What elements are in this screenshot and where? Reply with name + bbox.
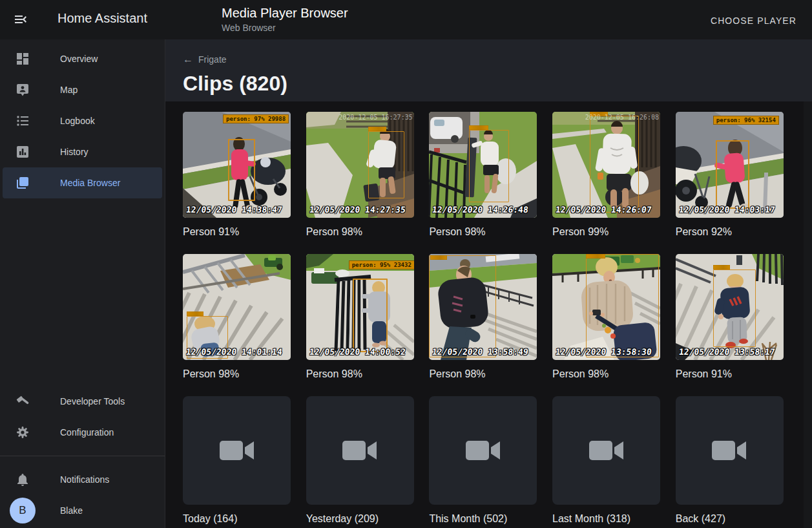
user-name: Blake — [60, 505, 83, 516]
account-map-icon — [15, 82, 30, 98]
clips-grid-area: person: 97% 29988 12/05/2020 14:38:47 Pe… — [165, 101, 812, 528]
detection-tag: person: 97% 29988 — [223, 114, 289, 123]
clip-thumbnail: 12/05/2020 14:01:14 — [183, 254, 291, 360]
video-camera-icon — [589, 439, 624, 462]
sidebar-item-overview[interactable]: Overview — [3, 43, 162, 74]
osd-timestamp: 12/05/2020 14:38:47 — [185, 205, 282, 215]
clip-card[interactable]: 2020-12-05 16:26:08 12/05/2020 14:26:07 … — [552, 112, 660, 239]
folder-tile — [429, 396, 537, 505]
detection-bbox — [353, 279, 388, 352]
folder-tile — [183, 396, 291, 505]
detection-tag: person: 95% 23432 — [349, 260, 414, 269]
clip-thumbnail: 12/05/2020 13:58:49 — [429, 254, 537, 360]
folder-label: Today (164) — [183, 513, 291, 526]
clip-label: Person 98% — [429, 368, 537, 381]
sidebar-item-map[interactable]: Map — [3, 74, 162, 105]
clip-label: Person 98% — [306, 226, 414, 239]
clip-card[interactable]: 12/05/2020 13:58:49 Person 98% — [429, 254, 537, 381]
osd-camera-timestamp: 2020-12-05 16:27:35 — [338, 114, 412, 121]
detection-bbox — [469, 130, 509, 202]
sidebar-divider — [0, 456, 165, 456]
sidebar: Overview Map — [0, 39, 165, 528]
clips-title: Clips (820) — [183, 71, 812, 96]
folder-card-yesterday[interactable]: Yesterday (209) — [306, 396, 414, 526]
clip-thumbnail: 12/05/2020 13:58:17 — [676, 254, 784, 360]
osd-timestamp: 12/05/2020 14:00:52 — [309, 347, 406, 357]
clip-label: Person 91% — [676, 368, 784, 381]
detection-bbox — [429, 255, 496, 357]
sidebar-item-logbook[interactable]: Logbook — [3, 105, 162, 136]
sidebar-item-history[interactable]: History — [3, 136, 162, 167]
clip-card[interactable]: person: 97% 29988 12/05/2020 14:38:47 Pe… — [183, 112, 291, 239]
sidebar-item-notifications[interactable]: Notifications — [3, 464, 162, 495]
clip-label: Person 98% — [183, 368, 291, 381]
video-camera-icon — [220, 439, 255, 462]
osd-timestamp: 12/05/2020 13:58:49 — [432, 347, 529, 357]
detection-tag: person: 96% 32154 — [713, 116, 779, 125]
clip-card[interactable]: 12/05/2020 14:01:14 Person 98% — [183, 254, 291, 381]
clip-thumbnail: person: 97% 29988 12/05/2020 14:38:47 — [183, 112, 291, 218]
history-chart-icon — [15, 144, 30, 160]
clip-label: Person 98% — [306, 368, 414, 381]
video-camera-icon — [466, 439, 501, 462]
clip-card[interactable]: 2020-12-05 16:27:35 12/05/2020 14:27:35 … — [306, 112, 414, 239]
sidebar-item-media-browser[interactable]: Media Browser — [3, 167, 162, 198]
osd-timestamp: 12/05/2020 14:26:07 — [555, 205, 652, 215]
video-camera-icon — [712, 439, 747, 462]
breadcrumb-back[interactable]: ← Frigate — [183, 54, 227, 65]
clip-card[interactable]: person: 96% 32154 12/05/2020 14:03:17 Pe… — [676, 112, 784, 239]
scrollbar-gutter[interactable] — [804, 101, 812, 528]
clip-label: Person 98% — [552, 368, 660, 381]
sidebar-item-developer-tools[interactable]: Developer Tools — [3, 386, 162, 417]
choose-player-button[interactable]: CHOOSE PLAYER — [705, 13, 802, 28]
folder-label: Last Month (318) — [552, 513, 660, 526]
gear-icon — [15, 425, 30, 440]
media-browser-icon — [15, 175, 30, 191]
folder-card-this-month[interactable]: This Month (502) — [429, 396, 537, 526]
folder-label: Yesterday (209) — [306, 513, 414, 526]
video-camera-icon — [342, 439, 377, 462]
avatar: B — [10, 498, 36, 523]
detection-bbox — [716, 140, 749, 209]
sidebar-item-user[interactable]: B Blake — [3, 495, 162, 526]
sidebar-item-configuration[interactable]: Configuration — [3, 417, 162, 448]
detection-bbox — [713, 269, 756, 347]
clip-thumbnail: 2020-12-05 16:27:35 12/05/2020 14:27:35 — [306, 112, 414, 218]
osd-camera-timestamp: 2020-12-05 16:26:08 — [585, 114, 659, 121]
clip-thumbnail: person: 95% 23432 12/05/2020 14:00:52 — [306, 254, 414, 360]
sidebar-title: Home Assistant — [57, 11, 147, 26]
clip-card[interactable]: person: 95% 23432 12/05/2020 14:00:52 Pe… — [306, 254, 414, 381]
folder-tile — [676, 396, 784, 505]
page-title: Media Player Browser — [222, 5, 348, 21]
detection-tag — [713, 265, 730, 269]
folder-card-back[interactable]: Back (427) — [676, 396, 784, 526]
clip-card[interactable]: 12/05/2020 13:58:30 Person 98% — [552, 254, 660, 381]
detection-tag — [368, 127, 386, 131]
folder-label: Back (427) — [676, 513, 784, 526]
clip-card[interactable]: 12/05/2020 14:26:48 Person 98% — [429, 112, 537, 239]
sidebar-toggle-button[interactable] — [13, 12, 28, 27]
detection-bbox — [368, 131, 404, 198]
hammer-icon — [15, 394, 30, 409]
logbook-list-icon — [15, 113, 30, 129]
app-header: Home Assistant Media Player Browser Web … — [0, 0, 812, 39]
clip-card[interactable]: 12/05/2020 13:58:17 Person 91% — [676, 254, 784, 381]
dashboard-icon — [15, 51, 30, 67]
page-subtitle: Web Browser — [222, 23, 348, 33]
detection-tag — [469, 125, 488, 130]
detection-tag — [430, 255, 447, 260]
folder-label: This Month (502) — [429, 513, 537, 526]
folder-card-today[interactable]: Today (164) — [183, 396, 291, 526]
osd-timestamp: 12/05/2020 14:27:35 — [309, 205, 406, 215]
folder-tile — [552, 396, 660, 505]
osd-timestamp: 12/05/2020 14:26:48 — [432, 205, 529, 215]
detection-bbox — [590, 116, 639, 213]
clip-thumbnail: person: 96% 32154 12/05/2020 14:03:17 — [676, 112, 784, 218]
detection-tag — [586, 254, 605, 259]
folder-card-last-month[interactable]: Last Month (318) — [552, 396, 660, 526]
clip-label: Person 91% — [183, 226, 291, 239]
clip-thumbnail: 12/05/2020 14:26:48 — [429, 112, 537, 218]
back-arrow-icon: ← — [183, 54, 193, 65]
osd-timestamp: 12/05/2020 14:01:14 — [185, 347, 282, 357]
clip-thumbnail: 2020-12-05 16:26:08 12/05/2020 14:26:07 — [552, 112, 660, 218]
